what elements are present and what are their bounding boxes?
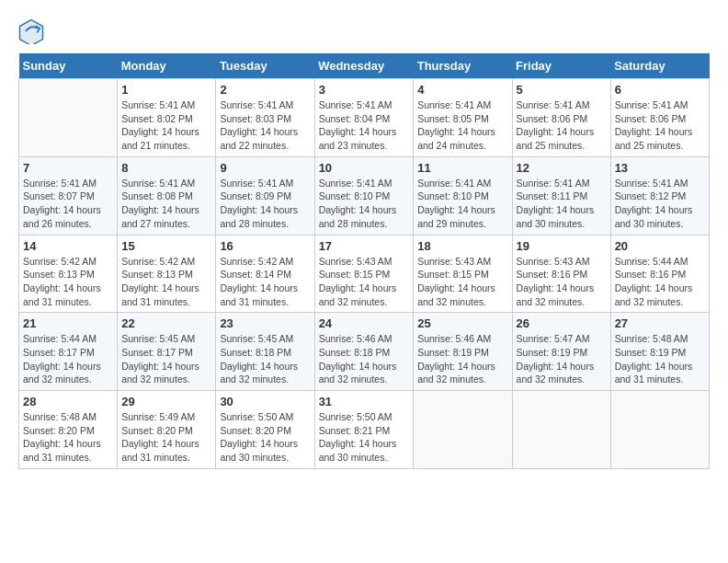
calendar-cell: 22Sunrise: 5:45 AMSunset: 8:17 PMDayligh… xyxy=(118,313,216,391)
calendar-cell: 27Sunrise: 5:48 AMSunset: 8:19 PMDayligh… xyxy=(610,313,709,391)
day-number: 18 xyxy=(417,239,507,253)
day-info: Sunrise: 5:48 AMSunset: 8:19 PMDaylight:… xyxy=(615,332,705,386)
day-number: 29 xyxy=(121,395,211,408)
calendar-cell: 24Sunrise: 5:46 AMSunset: 8:18 PMDayligh… xyxy=(314,313,414,391)
day-info: Sunrise: 5:44 AMSunset: 8:17 PMDaylight:… xyxy=(23,332,113,386)
calendar-cell: 28Sunrise: 5:48 AMSunset: 8:20 PMDayligh… xyxy=(19,391,118,469)
svg-marker-0 xyxy=(21,21,41,44)
calendar-cell: 1Sunrise: 5:41 AMSunset: 8:02 PMDaylight… xyxy=(118,79,216,157)
header-saturday: Saturday xyxy=(610,53,709,79)
day-info: Sunrise: 5:41 AMSunset: 8:08 PMDaylight:… xyxy=(121,177,211,231)
day-info: Sunrise: 5:41 AMSunset: 8:11 PMDaylight:… xyxy=(517,177,607,231)
calendar-cell: 26Sunrise: 5:47 AMSunset: 8:19 PMDayligh… xyxy=(512,313,610,391)
day-number: 27 xyxy=(615,316,705,330)
day-info: Sunrise: 5:47 AMSunset: 8:19 PMDaylight:… xyxy=(517,332,607,386)
header-wednesday: Wednesday xyxy=(314,53,414,79)
day-number: 28 xyxy=(23,395,113,408)
day-info: Sunrise: 5:41 AMSunset: 8:05 PMDaylight:… xyxy=(417,98,507,153)
day-info: Sunrise: 5:50 AMSunset: 8:21 PMDaylight:… xyxy=(319,410,410,465)
calendar-cell: 31Sunrise: 5:50 AMSunset: 8:21 PMDayligh… xyxy=(314,391,414,469)
day-info: Sunrise: 5:42 AMSunset: 8:13 PMDaylight:… xyxy=(121,255,211,309)
calendar-cell: 4Sunrise: 5:41 AMSunset: 8:05 PMDaylight… xyxy=(414,79,512,157)
calendar-cell xyxy=(512,391,610,469)
calendar-cell: 18Sunrise: 5:43 AMSunset: 8:15 PMDayligh… xyxy=(414,235,512,313)
calendar-week-1: 1Sunrise: 5:41 AMSunset: 8:02 PMDaylight… xyxy=(19,79,710,157)
calendar-cell: 15Sunrise: 5:42 AMSunset: 8:13 PMDayligh… xyxy=(118,235,216,313)
day-info: Sunrise: 5:49 AMSunset: 8:20 PMDaylight:… xyxy=(121,410,211,465)
day-number: 14 xyxy=(23,239,113,253)
day-info: Sunrise: 5:41 AMSunset: 8:10 PMDaylight:… xyxy=(417,177,507,231)
day-info: Sunrise: 5:46 AMSunset: 8:19 PMDaylight:… xyxy=(417,332,507,386)
day-info: Sunrise: 5:45 AMSunset: 8:17 PMDaylight:… xyxy=(121,332,211,386)
calendar-cell xyxy=(19,79,118,157)
calendar-cell: 13Sunrise: 5:41 AMSunset: 8:12 PMDayligh… xyxy=(610,156,709,235)
day-number: 25 xyxy=(417,316,507,330)
day-number: 22 xyxy=(121,316,211,330)
day-number: 12 xyxy=(517,161,607,175)
day-number: 2 xyxy=(220,83,310,97)
day-info: Sunrise: 5:41 AMSunset: 8:07 PMDaylight:… xyxy=(23,177,113,231)
logo xyxy=(18,18,48,44)
calendar-cell: 20Sunrise: 5:44 AMSunset: 8:16 PMDayligh… xyxy=(610,235,709,313)
day-info: Sunrise: 5:42 AMSunset: 8:14 PMDaylight:… xyxy=(220,255,310,309)
day-number: 23 xyxy=(220,316,310,330)
calendar-cell: 16Sunrise: 5:42 AMSunset: 8:14 PMDayligh… xyxy=(216,235,314,313)
calendar-week-3: 14Sunrise: 5:42 AMSunset: 8:13 PMDayligh… xyxy=(19,235,710,313)
day-info: Sunrise: 5:43 AMSunset: 8:15 PMDaylight:… xyxy=(319,255,410,309)
calendar-cell: 3Sunrise: 5:41 AMSunset: 8:04 PMDaylight… xyxy=(314,79,414,157)
calendar-cell: 29Sunrise: 5:49 AMSunset: 8:20 PMDayligh… xyxy=(118,391,216,469)
day-number: 31 xyxy=(319,395,410,408)
page-header xyxy=(18,18,710,44)
day-number: 1 xyxy=(121,83,211,97)
day-number: 30 xyxy=(220,395,310,408)
day-info: Sunrise: 5:43 AMSunset: 8:15 PMDaylight:… xyxy=(417,255,507,309)
day-info: Sunrise: 5:41 AMSunset: 8:04 PMDaylight:… xyxy=(319,98,410,153)
day-number: 5 xyxy=(517,83,607,97)
calendar-cell: 10Sunrise: 5:41 AMSunset: 8:10 PMDayligh… xyxy=(314,156,414,235)
day-number: 17 xyxy=(319,239,410,253)
calendar-cell xyxy=(610,391,709,469)
day-number: 6 xyxy=(615,83,705,97)
day-info: Sunrise: 5:41 AMSunset: 8:09 PMDaylight:… xyxy=(220,177,310,231)
day-number: 11 xyxy=(417,161,507,175)
day-info: Sunrise: 5:41 AMSunset: 8:02 PMDaylight:… xyxy=(121,98,211,153)
header-sunday: Sunday xyxy=(19,53,118,79)
calendar-cell xyxy=(414,391,512,469)
day-number: 26 xyxy=(517,316,607,330)
calendar-cell: 9Sunrise: 5:41 AMSunset: 8:09 PMDaylight… xyxy=(216,156,314,235)
day-number: 21 xyxy=(23,316,113,330)
day-number: 10 xyxy=(319,161,410,175)
calendar-cell: 8Sunrise: 5:41 AMSunset: 8:08 PMDaylight… xyxy=(118,156,216,235)
day-number: 8 xyxy=(121,161,211,175)
day-number: 9 xyxy=(220,161,310,175)
calendar-cell: 17Sunrise: 5:43 AMSunset: 8:15 PMDayligh… xyxy=(314,235,414,313)
day-info: Sunrise: 5:48 AMSunset: 8:20 PMDaylight:… xyxy=(23,410,113,465)
calendar-cell: 14Sunrise: 5:42 AMSunset: 8:13 PMDayligh… xyxy=(19,235,118,313)
day-number: 20 xyxy=(615,239,705,253)
day-number: 19 xyxy=(517,239,607,253)
calendar-header: SundayMondayTuesdayWednesdayThursdayFrid… xyxy=(19,53,710,79)
calendar-cell: 6Sunrise: 5:41 AMSunset: 8:06 PMDaylight… xyxy=(610,79,709,157)
calendar-cell: 30Sunrise: 5:50 AMSunset: 8:20 PMDayligh… xyxy=(216,391,314,469)
day-info: Sunrise: 5:41 AMSunset: 8:03 PMDaylight:… xyxy=(220,98,310,153)
header-friday: Friday xyxy=(512,53,610,79)
day-info: Sunrise: 5:44 AMSunset: 8:16 PMDaylight:… xyxy=(615,255,705,309)
day-info: Sunrise: 5:50 AMSunset: 8:20 PMDaylight:… xyxy=(220,410,310,465)
day-number: 15 xyxy=(121,239,211,253)
day-number: 4 xyxy=(417,83,507,97)
calendar-cell: 11Sunrise: 5:41 AMSunset: 8:10 PMDayligh… xyxy=(414,156,512,235)
day-number: 24 xyxy=(319,316,410,330)
day-info: Sunrise: 5:43 AMSunset: 8:16 PMDaylight:… xyxy=(517,255,607,309)
header-thursday: Thursday xyxy=(414,53,512,79)
calendar-cell: 12Sunrise: 5:41 AMSunset: 8:11 PMDayligh… xyxy=(512,156,610,235)
calendar-cell: 21Sunrise: 5:44 AMSunset: 8:17 PMDayligh… xyxy=(19,313,118,391)
calendar-cell: 19Sunrise: 5:43 AMSunset: 8:16 PMDayligh… xyxy=(512,235,610,313)
calendar-week-4: 21Sunrise: 5:44 AMSunset: 8:17 PMDayligh… xyxy=(19,313,710,391)
day-number: 16 xyxy=(220,239,310,253)
day-info: Sunrise: 5:41 AMSunset: 8:06 PMDaylight:… xyxy=(517,98,607,153)
calendar-week-2: 7Sunrise: 5:41 AMSunset: 8:07 PMDaylight… xyxy=(19,156,710,235)
calendar-cell: 2Sunrise: 5:41 AMSunset: 8:03 PMDaylight… xyxy=(216,79,314,157)
header-tuesday: Tuesday xyxy=(216,53,314,79)
calendar-cell: 7Sunrise: 5:41 AMSunset: 8:07 PMDaylight… xyxy=(19,156,118,235)
day-info: Sunrise: 5:41 AMSunset: 8:12 PMDaylight:… xyxy=(615,177,705,231)
